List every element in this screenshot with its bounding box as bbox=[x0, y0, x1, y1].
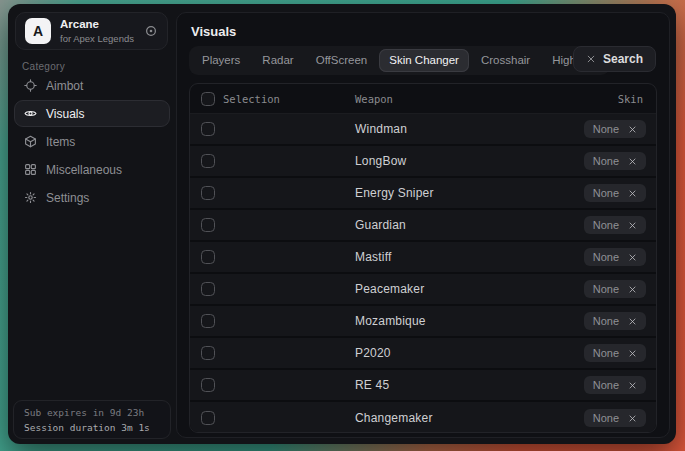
row-checkbox[interactable] bbox=[201, 154, 215, 168]
x-icon[interactable] bbox=[628, 381, 637, 390]
skin-select-button[interactable]: None bbox=[584, 344, 646, 362]
skin-select-button[interactable]: None bbox=[584, 184, 646, 202]
sidebar-item-visuals[interactable]: Visuals bbox=[14, 100, 170, 127]
skin-table: Selection Weapon Skin Windman None LongB… bbox=[189, 83, 657, 433]
grid-icon bbox=[24, 163, 37, 176]
skin-value: None bbox=[593, 315, 619, 327]
tab-skin-changer[interactable]: Skin Changer bbox=[379, 49, 469, 72]
sidebar-items: AimbotVisualsItemsMiscellaneousSettings bbox=[14, 72, 170, 212]
skin-value: None bbox=[593, 219, 619, 231]
sidebar-item-label: Aimbot bbox=[46, 79, 83, 93]
table-body: Windman None LongBow None Energy Sniper … bbox=[190, 114, 656, 433]
tab-players[interactable]: Players bbox=[192, 49, 250, 72]
weapon-name: Mozambique bbox=[355, 314, 426, 328]
tab-radar[interactable]: Radar bbox=[252, 49, 303, 72]
sidebar-item-aimbot[interactable]: Aimbot bbox=[14, 72, 170, 99]
category-label: Category bbox=[22, 61, 65, 72]
row-checkbox[interactable] bbox=[201, 186, 215, 200]
tab-crosshair[interactable]: Crosshair bbox=[471, 49, 540, 72]
skin-select-button[interactable]: None bbox=[584, 312, 646, 330]
cube-icon bbox=[24, 135, 37, 148]
skin-value: None bbox=[593, 283, 619, 295]
subscription-info-card: Sub expires in 9d 23h Session duration 3… bbox=[13, 400, 171, 439]
x-icon bbox=[586, 54, 596, 64]
skin-value: None bbox=[593, 155, 619, 167]
app-logo: A bbox=[25, 18, 51, 44]
app-meta: Arcane for Apex Legends bbox=[60, 19, 134, 43]
desktop-backdrop: { "app": { "name": "Arcane", "subtitle":… bbox=[0, 0, 685, 451]
x-icon[interactable] bbox=[628, 285, 637, 294]
row-checkbox[interactable] bbox=[201, 411, 215, 425]
skin-value: None bbox=[593, 379, 619, 391]
row-checkbox[interactable] bbox=[201, 250, 215, 264]
table-row: Mozambique None bbox=[190, 306, 656, 338]
app-title: Arcane bbox=[60, 19, 134, 31]
skin-select-button[interactable]: None bbox=[584, 216, 646, 234]
weapon-name: Peacemaker bbox=[355, 282, 424, 296]
weapon-name: LongBow bbox=[355, 154, 406, 168]
sidebar-item-miscellaneous[interactable]: Miscellaneous bbox=[14, 156, 170, 183]
weapon-name: Energy Sniper bbox=[355, 186, 434, 200]
target-icon[interactable] bbox=[144, 24, 158, 38]
page-title: Visuals bbox=[191, 24, 236, 39]
sidebar-item-label: Items bbox=[46, 135, 75, 149]
skin-value: None bbox=[593, 123, 619, 135]
row-checkbox[interactable] bbox=[201, 378, 215, 392]
table-row: RE 45 None bbox=[190, 370, 656, 402]
row-checkbox[interactable] bbox=[201, 122, 215, 136]
table-row: P2020 None bbox=[190, 338, 656, 370]
skin-value: None bbox=[593, 347, 619, 359]
x-icon[interactable] bbox=[628, 157, 637, 166]
x-icon[interactable] bbox=[628, 349, 637, 358]
select-all-checkbox[interactable] bbox=[201, 92, 215, 106]
main-panel: Visuals PlayersRadarOffScreenSkin Change… bbox=[176, 12, 670, 438]
eye-icon bbox=[24, 107, 37, 120]
header-skin: Skin bbox=[618, 93, 643, 105]
x-icon[interactable] bbox=[628, 125, 637, 134]
skin-select-button[interactable]: None bbox=[584, 409, 646, 427]
weapon-name: Guardian bbox=[355, 218, 406, 232]
row-checkbox[interactable] bbox=[201, 282, 215, 296]
weapon-name: Mastiff bbox=[355, 250, 392, 264]
table-row: Guardian None bbox=[190, 210, 656, 242]
sidebar-item-label: Settings bbox=[46, 191, 89, 205]
skin-value: None bbox=[593, 412, 619, 424]
x-icon[interactable] bbox=[628, 414, 637, 423]
crosshair-icon bbox=[24, 79, 37, 92]
sidebar-item-items[interactable]: Items bbox=[14, 128, 170, 155]
skin-select-button[interactable]: None bbox=[584, 248, 646, 266]
app-header-card: A Arcane for Apex Legends bbox=[15, 12, 168, 50]
search-button[interactable]: Search bbox=[573, 46, 656, 72]
weapon-name: Changemaker bbox=[355, 411, 433, 425]
table-row: Energy Sniper None bbox=[190, 178, 656, 210]
table-row: Windman None bbox=[190, 114, 656, 146]
row-checkbox[interactable] bbox=[201, 346, 215, 360]
row-checkbox[interactable] bbox=[201, 218, 215, 232]
skin-select-button[interactable]: None bbox=[584, 376, 646, 394]
skin-select-button[interactable]: None bbox=[584, 152, 646, 170]
skin-value: None bbox=[593, 251, 619, 263]
x-icon[interactable] bbox=[628, 253, 637, 262]
row-checkbox[interactable] bbox=[201, 314, 215, 328]
x-icon[interactable] bbox=[628, 189, 637, 198]
weapon-name: P2020 bbox=[355, 346, 391, 360]
table-row: Peacemaker None bbox=[190, 274, 656, 306]
sidebar-item-label: Visuals bbox=[46, 107, 84, 121]
search-button-label: Search bbox=[603, 52, 643, 66]
sidebar-item-settings[interactable]: Settings bbox=[14, 184, 170, 211]
sidebar-item-label: Miscellaneous bbox=[46, 163, 122, 177]
skin-select-button[interactable]: None bbox=[584, 280, 646, 298]
header-selection: Selection bbox=[223, 93, 280, 105]
tab-offscreen[interactable]: OffScreen bbox=[306, 49, 378, 72]
x-icon[interactable] bbox=[628, 317, 637, 326]
table-row: LongBow None bbox=[190, 146, 656, 178]
table-row: Mastiff None bbox=[190, 242, 656, 274]
sub-expiry-text: Sub expires in 9d 23h bbox=[24, 405, 160, 420]
skin-select-button[interactable]: None bbox=[584, 120, 646, 138]
table-header-row: Selection Weapon Skin bbox=[190, 84, 656, 114]
weapon-name: RE 45 bbox=[355, 378, 389, 392]
x-icon[interactable] bbox=[628, 221, 637, 230]
app-window: A Arcane for Apex Legends Category Aimbo… bbox=[8, 4, 676, 444]
weapon-name: Windman bbox=[355, 122, 407, 136]
tab-bar: PlayersRadarOffScreenSkin ChangerCrossha… bbox=[189, 46, 610, 75]
